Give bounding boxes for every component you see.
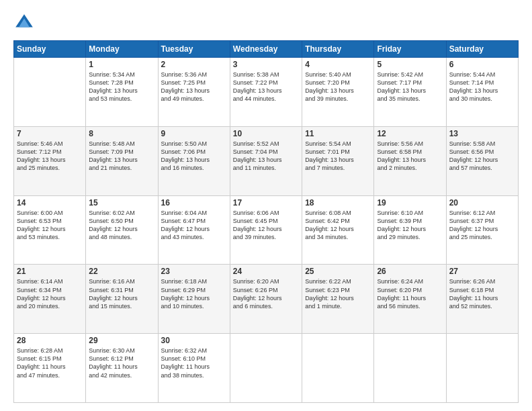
day-number: 3: [233, 60, 299, 69]
day-info: Sunrise: 6:06 AM Sunset: 6:45 PM Dayligh…: [233, 209, 299, 242]
calendar-cell: 28Sunrise: 6:28 AM Sunset: 6:15 PM Dayli…: [14, 334, 86, 403]
weekday-header-wednesday: Wednesday: [230, 41, 302, 58]
day-number: 19: [377, 198, 443, 208]
calendar-cell: 16Sunrise: 6:04 AM Sunset: 6:47 PM Dayli…: [158, 195, 230, 265]
calendar-cell: [302, 334, 374, 403]
day-number: 27: [449, 267, 515, 276]
day-number: 4: [305, 60, 371, 69]
calendar-cell: [230, 334, 302, 403]
weekday-header-monday: Monday: [86, 41, 158, 58]
day-info: Sunrise: 6:22 AM Sunset: 6:23 PM Dayligh…: [305, 277, 371, 310]
calendar-cell: 25Sunrise: 6:22 AM Sunset: 6:23 PM Dayli…: [302, 265, 374, 334]
calendar-cell: 11Sunrise: 5:54 AM Sunset: 7:01 PM Dayli…: [302, 126, 374, 195]
day-number: 29: [89, 336, 154, 345]
weekday-header-thursday: Thursday: [302, 41, 374, 58]
day-info: Sunrise: 5:44 AM Sunset: 7:14 PM Dayligh…: [449, 71, 515, 103]
weekday-header-friday: Friday: [374, 41, 446, 58]
weekday-header-saturday: Saturday: [446, 41, 518, 58]
day-info: Sunrise: 5:54 AM Sunset: 7:01 PM Dayligh…: [305, 140, 371, 173]
calendar-week-row: 7Sunrise: 5:46 AM Sunset: 7:12 PM Daylig…: [14, 126, 519, 195]
day-number: 28: [17, 336, 83, 345]
day-info: Sunrise: 6:32 AM Sunset: 6:10 PM Dayligh…: [161, 347, 227, 379]
calendar-cell: 22Sunrise: 6:16 AM Sunset: 6:31 PM Dayli…: [86, 265, 158, 334]
day-number: 1: [89, 60, 154, 69]
day-number: 15: [89, 198, 154, 208]
day-info: Sunrise: 6:04 AM Sunset: 6:47 PM Dayligh…: [161, 209, 227, 242]
day-info: Sunrise: 5:38 AM Sunset: 7:22 PM Dayligh…: [233, 71, 299, 103]
day-info: Sunrise: 6:28 AM Sunset: 6:15 PM Dayligh…: [17, 347, 83, 379]
day-number: 24: [233, 267, 299, 276]
day-number: 23: [161, 267, 227, 276]
day-number: 12: [377, 129, 443, 138]
day-number: 13: [449, 129, 515, 138]
calendar-cell: 30Sunrise: 6:32 AM Sunset: 6:10 PM Dayli…: [158, 334, 230, 403]
calendar-cell: 7Sunrise: 5:46 AM Sunset: 7:12 PM Daylig…: [14, 126, 86, 195]
calendar-cell: 9Sunrise: 5:50 AM Sunset: 7:06 PM Daylig…: [158, 126, 230, 195]
day-info: Sunrise: 5:34 AM Sunset: 7:28 PM Dayligh…: [89, 71, 154, 103]
calendar-cell: 23Sunrise: 6:18 AM Sunset: 6:29 PM Dayli…: [158, 265, 230, 334]
calendar-cell: 27Sunrise: 6:26 AM Sunset: 6:18 PM Dayli…: [446, 265, 518, 334]
day-number: 5: [377, 60, 443, 69]
calendar-cell: 6Sunrise: 5:44 AM Sunset: 7:14 PM Daylig…: [446, 58, 518, 127]
calendar-cell: 24Sunrise: 6:20 AM Sunset: 6:26 PM Dayli…: [230, 265, 302, 334]
calendar-cell: 17Sunrise: 6:06 AM Sunset: 6:45 PM Dayli…: [230, 195, 302, 265]
day-number: 21: [17, 267, 83, 276]
calendar-cell: 5Sunrise: 5:42 AM Sunset: 7:17 PM Daylig…: [374, 58, 446, 127]
page: SundayMondayTuesdayWednesdayThursdayFrid…: [0, 0, 532, 411]
day-info: Sunrise: 6:30 AM Sunset: 6:12 PM Dayligh…: [89, 347, 154, 379]
day-number: 25: [305, 267, 371, 276]
day-info: Sunrise: 5:48 AM Sunset: 7:09 PM Dayligh…: [89, 140, 154, 173]
calendar-cell: 21Sunrise: 6:14 AM Sunset: 6:34 PM Dayli…: [14, 265, 86, 334]
day-number: 9: [161, 129, 227, 138]
day-number: 17: [233, 198, 299, 208]
calendar-cell: 26Sunrise: 6:24 AM Sunset: 6:20 PM Dayli…: [374, 265, 446, 334]
day-number: 6: [449, 60, 515, 69]
day-info: Sunrise: 5:36 AM Sunset: 7:25 PM Dayligh…: [161, 71, 227, 103]
day-number: 14: [17, 198, 83, 208]
day-info: Sunrise: 6:20 AM Sunset: 6:26 PM Dayligh…: [233, 277, 299, 310]
day-number: 10: [233, 129, 299, 138]
calendar-week-row: 14Sunrise: 6:00 AM Sunset: 6:53 PM Dayli…: [14, 195, 519, 265]
day-number: 8: [89, 129, 154, 138]
calendar-cell: 18Sunrise: 6:08 AM Sunset: 6:42 PM Dayli…: [302, 195, 374, 265]
day-info: Sunrise: 5:42 AM Sunset: 7:17 PM Dayligh…: [377, 71, 443, 103]
calendar-cell: 20Sunrise: 6:12 AM Sunset: 6:37 PM Dayli…: [446, 195, 518, 265]
calendar-cell: 8Sunrise: 5:48 AM Sunset: 7:09 PM Daylig…: [86, 126, 158, 195]
weekday-header-tuesday: Tuesday: [158, 41, 230, 58]
day-number: 2: [161, 60, 227, 69]
day-info: Sunrise: 5:58 AM Sunset: 6:56 PM Dayligh…: [449, 140, 515, 173]
calendar-table: SundayMondayTuesdayWednesdayThursdayFrid…: [13, 40, 519, 403]
calendar-cell: 29Sunrise: 6:30 AM Sunset: 6:12 PM Dayli…: [86, 334, 158, 403]
calendar-week-row: 28Sunrise: 6:28 AM Sunset: 6:15 PM Dayli…: [14, 334, 519, 403]
day-number: 16: [161, 198, 227, 208]
day-number: 22: [89, 267, 154, 276]
calendar-cell: 19Sunrise: 6:10 AM Sunset: 6:39 PM Dayli…: [374, 195, 446, 265]
calendar-cell: 1Sunrise: 5:34 AM Sunset: 7:28 PM Daylig…: [86, 58, 158, 127]
day-info: Sunrise: 6:18 AM Sunset: 6:29 PM Dayligh…: [161, 277, 227, 310]
day-info: Sunrise: 6:08 AM Sunset: 6:42 PM Dayligh…: [305, 209, 371, 242]
day-info: Sunrise: 6:00 AM Sunset: 6:53 PM Dayligh…: [17, 209, 83, 242]
calendar-header-row: SundayMondayTuesdayWednesdayThursdayFrid…: [14, 41, 519, 58]
calendar-cell: 14Sunrise: 6:00 AM Sunset: 6:53 PM Dayli…: [14, 195, 86, 265]
calendar-week-row: 1Sunrise: 5:34 AM Sunset: 7:28 PM Daylig…: [14, 58, 519, 127]
calendar-cell: 4Sunrise: 5:40 AM Sunset: 7:20 PM Daylig…: [302, 58, 374, 127]
day-info: Sunrise: 5:40 AM Sunset: 7:20 PM Dayligh…: [305, 71, 371, 103]
calendar-cell: [14, 58, 86, 127]
logo-icon: [13, 12, 35, 34]
calendar-cell: 3Sunrise: 5:38 AM Sunset: 7:22 PM Daylig…: [230, 58, 302, 127]
calendar-week-row: 21Sunrise: 6:14 AM Sunset: 6:34 PM Dayli…: [14, 265, 519, 334]
calendar-cell: 10Sunrise: 5:52 AM Sunset: 7:04 PM Dayli…: [230, 126, 302, 195]
day-info: Sunrise: 5:46 AM Sunset: 7:12 PM Dayligh…: [17, 140, 83, 173]
day-info: Sunrise: 6:12 AM Sunset: 6:37 PM Dayligh…: [449, 209, 515, 242]
calendar-cell: 13Sunrise: 5:58 AM Sunset: 6:56 PM Dayli…: [446, 126, 518, 195]
calendar-cell: 2Sunrise: 5:36 AM Sunset: 7:25 PM Daylig…: [158, 58, 230, 127]
day-info: Sunrise: 5:56 AM Sunset: 6:58 PM Dayligh…: [377, 140, 443, 173]
day-info: Sunrise: 6:02 AM Sunset: 6:50 PM Dayligh…: [89, 209, 154, 242]
day-number: 26: [377, 267, 443, 276]
calendar-cell: [446, 334, 518, 403]
day-info: Sunrise: 5:50 AM Sunset: 7:06 PM Dayligh…: [161, 140, 227, 173]
logo: [13, 12, 39, 34]
day-info: Sunrise: 6:16 AM Sunset: 6:31 PM Dayligh…: [89, 277, 154, 310]
day-number: 20: [449, 198, 515, 208]
day-info: Sunrise: 5:52 AM Sunset: 7:04 PM Dayligh…: [233, 140, 299, 173]
